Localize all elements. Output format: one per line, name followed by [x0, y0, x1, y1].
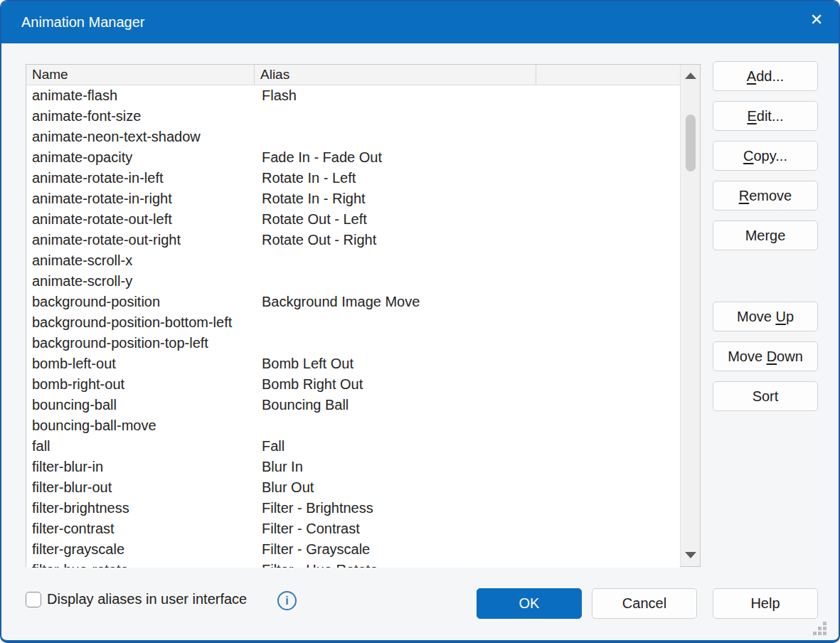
list-row[interactable]: animate-rotate-in-right Rotate In - Righ…	[26, 188, 680, 209]
resize-grip-icon[interactable]	[813, 632, 817, 635]
list-row[interactable]: filter-hue-rotate Filter - Hue Rotate	[26, 560, 680, 568]
row-alias: Bomb Left Out	[255, 354, 680, 374]
list-row[interactable]: background-position-bottom-left	[26, 312, 680, 333]
row-name: animate-flash	[26, 85, 255, 106]
window-title: Animation Manager	[21, 14, 144, 31]
row-name: bomb-right-out	[26, 374, 255, 395]
display-aliases-checkbox[interactable]	[26, 592, 41, 607]
row-alias: Filter - Brightness	[255, 498, 680, 519]
list-row[interactable]: animate-neon-text-shadow	[26, 127, 680, 147]
row-alias: Filter - Grayscale	[255, 539, 680, 560]
row-name: background-position	[26, 292, 255, 312]
list-row[interactable]: filter-contrast Filter - Contrast	[26, 519, 680, 539]
scrollbar-down-icon[interactable]	[685, 552, 696, 558]
list-row[interactable]: bouncing-ball-move	[26, 415, 680, 436]
row-alias: Background Image Move	[255, 292, 680, 312]
display-aliases-label: Display aliases in user interface	[47, 591, 247, 607]
row-name: background-position-top-left	[26, 333, 255, 354]
row-name: animate-rotate-out-left	[26, 209, 255, 230]
row-alias	[255, 127, 680, 147]
list-row[interactable]: animate-rotate-out-left Rotate Out - Lef…	[26, 209, 680, 230]
remove-button[interactable]: Remove	[713, 181, 818, 211]
list-row[interactable]: background-position Background Image Mov…	[26, 292, 680, 312]
list-row[interactable]: animate-opacity Fade In - Fade Out	[26, 147, 680, 168]
list-row[interactable]: animate-scroll-y	[26, 271, 680, 292]
list-row[interactable]: animate-rotate-out-right Rotate Out - Ri…	[26, 230, 680, 250]
move-up-button[interactable]: Move Up	[713, 302, 818, 331]
row-alias: Rotate Out - Right	[255, 230, 680, 250]
copy-button[interactable]: Copy...	[713, 141, 818, 171]
row-alias: Rotate Out - Left	[255, 209, 680, 230]
row-name: filter-blur-out	[26, 477, 255, 498]
row-name: animate-scroll-y	[26, 271, 255, 292]
scrollbar-thumb[interactable]	[686, 115, 696, 171]
row-name: filter-blur-in	[26, 457, 255, 477]
titlebar[interactable]: Animation Manager	[1, 1, 839, 43]
column-header-name[interactable]: Name	[26, 65, 255, 85]
cancel-button[interactable]: Cancel	[592, 588, 697, 619]
list-row[interactable]: filter-brightness Filter - Brightness	[26, 498, 680, 519]
list-row[interactable]: background-position-top-left	[26, 333, 680, 354]
list-header: Name Alias	[26, 65, 680, 85]
row-alias: Flash	[255, 85, 680, 106]
row-name: animate-rotate-out-right	[26, 230, 255, 250]
row-name: bomb-left-out	[26, 354, 255, 374]
row-name: animate-font-size	[26, 106, 255, 127]
row-alias: Blur Out	[255, 477, 680, 498]
list-row[interactable]: animate-font-size	[26, 106, 680, 127]
list-body: animate-flash Flash animate-font-size an…	[26, 85, 680, 568]
row-name: filter-contrast	[26, 519, 255, 539]
list-row[interactable]: filter-blur-out Blur Out	[26, 477, 680, 498]
add-button[interactable]: Add...	[713, 61, 818, 91]
list-row[interactable]: animate-scroll-x	[26, 250, 680, 271]
row-name: bouncing-ball-move	[26, 415, 255, 436]
row-name: bouncing-ball	[26, 395, 255, 415]
row-name: fall	[26, 436, 255, 457]
row-alias: Rotate In - Right	[255, 188, 680, 209]
row-alias: Blur In	[255, 457, 680, 477]
list-row[interactable]: bomb-right-out Bomb Right Out	[26, 374, 680, 395]
row-alias: Bouncing Ball	[255, 395, 680, 415]
row-name: animate-rotate-in-right	[26, 188, 255, 209]
row-alias	[255, 250, 680, 271]
list-row[interactable]: filter-blur-in Blur In	[26, 457, 680, 477]
scrollbar-up-icon[interactable]	[685, 73, 696, 79]
help-button[interactable]: Help	[713, 588, 818, 619]
column-header-alias[interactable]: Alias	[255, 65, 536, 85]
list-row[interactable]: bomb-left-out Bomb Left Out	[26, 354, 680, 374]
row-alias	[255, 415, 680, 436]
sort-button[interactable]: Sort	[713, 381, 818, 411]
row-alias	[255, 106, 680, 127]
list-row[interactable]: bouncing-ball Bouncing Ball	[26, 395, 680, 415]
row-name: filter-grayscale	[26, 539, 255, 560]
list-row[interactable]: filter-grayscale Filter - Grayscale	[26, 539, 680, 560]
merge-button[interactable]: Merge	[713, 220, 818, 250]
row-alias	[255, 271, 680, 292]
row-name: animate-opacity	[26, 147, 255, 168]
column-header-empty[interactable]	[536, 65, 680, 85]
list-row[interactable]: fall Fall	[26, 436, 680, 457]
ok-button[interactable]: OK	[477, 588, 582, 619]
animation-manager-dialog: Animation Manager ✕ Name Alias animate-f…	[0, 0, 840, 643]
list-row[interactable]: animate-rotate-in-left Rotate In - Left	[26, 168, 680, 188]
row-name: filter-hue-rotate	[26, 560, 255, 568]
row-alias: Filter - Contrast	[255, 519, 680, 539]
row-alias	[255, 312, 680, 333]
row-alias: Filter - Hue Rotate	[255, 560, 680, 568]
row-name: filter-brightness	[26, 498, 255, 519]
list-row[interactable]: animate-flash Flash	[26, 85, 680, 106]
row-alias: Fall	[255, 436, 680, 457]
row-alias: Rotate In - Left	[255, 168, 680, 188]
edit-button[interactable]: Edit...	[713, 101, 818, 131]
row-name: background-position-bottom-left	[26, 312, 255, 333]
row-name: animate-scroll-x	[26, 250, 255, 271]
move-down-button[interactable]: Move Down	[713, 341, 818, 371]
row-name: animate-neon-text-shadow	[26, 127, 255, 147]
animation-list: Name Alias animate-flash Flash animate-f…	[26, 64, 701, 567]
row-alias	[255, 333, 680, 354]
row-alias: Fade In - Fade Out	[255, 147, 680, 168]
close-icon[interactable]: ✕	[794, 1, 839, 38]
info-icon[interactable]: i	[277, 591, 297, 610]
row-alias: Bomb Right Out	[255, 374, 680, 395]
scrollbar[interactable]	[680, 65, 700, 566]
